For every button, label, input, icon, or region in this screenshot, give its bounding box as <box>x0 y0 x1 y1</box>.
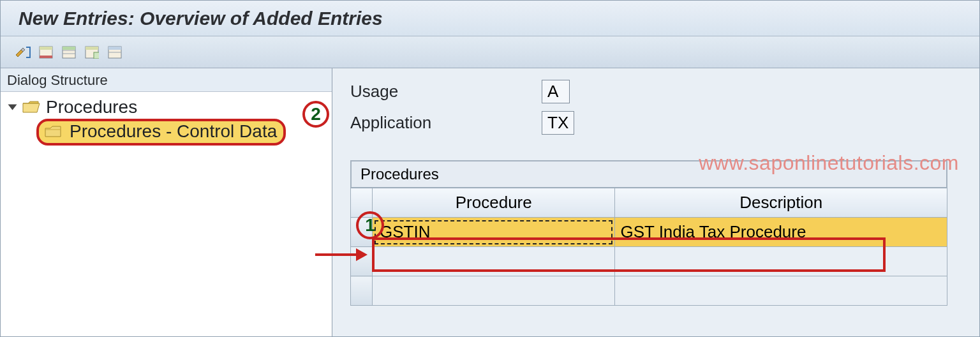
table-row[interactable] <box>351 247 947 276</box>
content-area: Dialog Structure Procedures <box>1 68 979 336</box>
cell-description[interactable] <box>615 276 947 306</box>
annotation-badge-2: 2 <box>302 101 329 128</box>
application-field-row: Application TX <box>350 111 979 135</box>
toggle-edit-button[interactable] <box>13 43 33 61</box>
tree-node-control-data[interactable]: Procedures - Control Data <box>36 119 325 146</box>
usage-value[interactable]: A <box>542 80 570 103</box>
page-title: New Entries: Overview of Added Entries <box>19 8 383 29</box>
cell-procedure[interactable]: GSTIN <box>373 218 615 247</box>
procedures-table: Procedure Description GSTIN <box>350 188 947 306</box>
description-input[interactable]: GST India Tax Procedure <box>615 221 947 243</box>
main-panel: Usage A Application TX www.saponlinetuto… <box>332 68 979 336</box>
select-all-button[interactable] <box>36 43 56 61</box>
copy-button[interactable] <box>82 43 101 61</box>
svg-rect-8 <box>85 47 98 50</box>
title-bar: New Entries: Overview of Added Entries <box>1 1 979 36</box>
cell-description[interactable] <box>615 247 947 276</box>
svg-rect-9 <box>94 52 99 59</box>
column-header-description[interactable]: Description <box>615 188 947 218</box>
annotation-badge-1: 1 <box>356 211 384 239</box>
table-print-icon <box>108 46 122 59</box>
tree-node-procedures[interactable]: Procedures <box>7 96 325 119</box>
column-header-procedure[interactable]: Procedure <box>373 188 615 218</box>
tree-node-label: Procedures - Control Data <box>70 121 277 142</box>
table-row[interactable]: GSTIN GST India Tax Procedure <box>351 218 947 247</box>
procedure-value: GSTIN <box>380 222 430 242</box>
folder-closed-icon <box>44 124 63 139</box>
cell-procedure[interactable] <box>373 276 615 306</box>
procedures-table-wrap: Procedures Procedure Description <box>350 160 979 306</box>
toolbar <box>1 36 979 68</box>
procedure-input[interactable]: GSTIN <box>375 220 612 244</box>
usage-field-row: Usage A <box>350 80 979 103</box>
application-label: Application <box>350 113 542 133</box>
table-row[interactable] <box>351 276 947 306</box>
cell-description[interactable]: GST India Tax Procedure <box>615 218 947 247</box>
print-button[interactable] <box>105 43 124 61</box>
selected-node-highlight: Procedures - Control Data <box>36 119 286 146</box>
pencil-toggle-icon <box>15 46 31 59</box>
cell-procedure[interactable] <box>373 247 615 276</box>
watermark-text: www.saponlinetutorials.com <box>699 151 959 175</box>
dialog-structure-sidebar: Dialog Structure Procedures <box>1 68 332 336</box>
deselect-all-button[interactable] <box>59 43 78 61</box>
caret-down-icon <box>8 105 17 110</box>
table-deselect-icon <box>62 46 76 59</box>
description-value: GST India Tax Procedure <box>620 222 806 241</box>
table-select-all-icon <box>39 46 53 59</box>
svg-rect-2 <box>40 56 52 58</box>
sap-window: New Entries: Overview of Added Entries <box>0 0 980 337</box>
tree-node-label: Procedures <box>46 97 137 117</box>
row-selector-cell[interactable] <box>351 247 373 276</box>
table-copy-icon <box>85 46 99 59</box>
folder-open-icon <box>22 100 41 115</box>
tree: Procedures Procedures - Control Data <box>1 92 332 336</box>
usage-label: Usage <box>350 82 542 101</box>
sidebar-header: Dialog Structure <box>1 68 332 92</box>
table-header-row: Procedure Description <box>351 188 947 218</box>
svg-rect-11 <box>108 47 121 50</box>
svg-rect-1 <box>40 47 52 50</box>
svg-rect-4 <box>63 47 75 50</box>
row-selector-cell[interactable] <box>351 276 373 306</box>
application-value[interactable]: TX <box>542 111 574 135</box>
